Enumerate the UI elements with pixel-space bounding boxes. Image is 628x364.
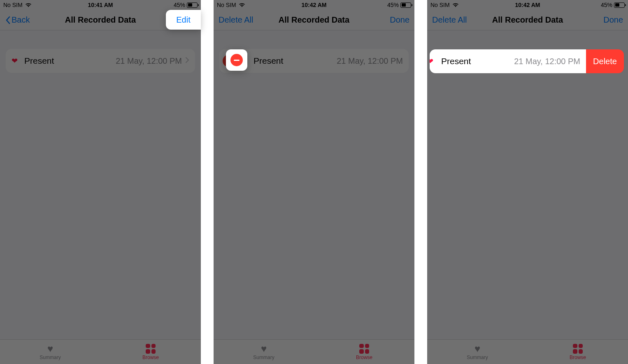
carrier-label: No SIM [217, 2, 236, 8]
wifi-icon [239, 2, 245, 7]
back-label: Back [12, 15, 30, 25]
heart-icon: ♥ [261, 344, 267, 354]
heart-icon: ❤ [12, 56, 18, 65]
back-button[interactable]: Back [5, 15, 30, 25]
row-subtitle: 21 May, 12:00 PM [116, 56, 182, 66]
content-area: ❤ Present 21 May, 12:00 PM [214, 30, 414, 339]
delete-all-label: Delete All [219, 15, 254, 25]
battery-icon [614, 2, 625, 8]
tab-bar: ♥ Summary Browse [0, 339, 201, 364]
content-area: ❤ Present 21 May, 12:00 PM [0, 30, 201, 339]
data-row[interactable]: ❤ Present 21 May, 12:00 PM [219, 49, 409, 73]
row-subtitle: 21 May, 12:00 PM [337, 56, 403, 66]
battery-pct: 45% [601, 2, 612, 8]
heart-icon: ♥ [47, 344, 53, 354]
highlight-row-swipe: ❤ Present 21 May, 12:00 PM Delete [430, 49, 624, 73]
wifi-icon [452, 2, 459, 7]
tab-summary-label: Summary [40, 355, 60, 360]
data-row-swiped[interactable]: ❤ Present 21 May, 12:00 PM Delete [430, 49, 624, 73]
battery-pct: 45% [387, 2, 399, 8]
page-title: All Recorded Data [492, 15, 563, 25]
heart-icon: ❤ [430, 57, 433, 66]
grid-icon [359, 344, 369, 354]
status-bar: No SIM 10:41 AM 45% [0, 0, 201, 10]
grid-icon [573, 344, 583, 354]
tab-browse[interactable]: Browse [528, 340, 628, 364]
status-time: 10:41 AM [88, 2, 113, 8]
screen-2: No SIM 10:42 AM 45% Delete All All Recor… [214, 0, 414, 364]
status-time: 10:42 AM [302, 2, 327, 8]
screen-1: No SIM 10:41 AM 45% Back All Recorded Da… [0, 0, 201, 364]
tab-browse-label: Browse [570, 355, 586, 360]
page-title: All Recorded Data [279, 15, 349, 25]
carrier-label: No SIM [3, 2, 23, 8]
row-title: Present [254, 56, 337, 66]
tab-browse-label: Browse [142, 355, 159, 360]
delete-button[interactable]: Delete [586, 49, 624, 73]
row-title: Present [441, 56, 514, 66]
screen-3: No SIM 10:42 AM 45% Delete All All Recor… [427, 0, 628, 364]
tab-browse[interactable]: Browse [100, 340, 201, 364]
tab-browse-label: Browse [356, 355, 372, 360]
done-label: Done [390, 15, 409, 25]
delete-all-label: Delete All [432, 15, 467, 25]
nav-bar: Delete All All Recorded Data Done [214, 10, 414, 30]
battery-icon [187, 2, 198, 8]
delete-all-button[interactable]: Delete All [432, 15, 467, 25]
row-title: Present [24, 56, 116, 66]
tab-browse[interactable]: Browse [314, 340, 414, 364]
content-area [427, 30, 628, 339]
done-button[interactable]: Done [390, 15, 409, 25]
tab-summary-label: Summary [253, 355, 274, 360]
page-title: All Recorded Data [65, 15, 136, 25]
chevron-right-icon [185, 57, 189, 65]
done-button[interactable]: Done [603, 15, 623, 25]
tab-summary-label: Summary [467, 355, 488, 360]
heart-icon: ♥ [474, 344, 480, 354]
wifi-icon [25, 2, 32, 7]
status-time: 10:42 AM [515, 2, 540, 8]
data-row[interactable]: ❤ Present 21 May, 12:00 PM [6, 49, 195, 73]
status-bar: No SIM 10:42 AM 45% [214, 0, 414, 10]
tab-summary[interactable]: ♥ Summary [214, 340, 314, 364]
edit-label-highlight: Edit [176, 15, 190, 25]
tab-bar: ♥ Summary Browse [214, 339, 414, 364]
status-bar: No SIM 10:42 AM 45% [427, 0, 628, 10]
carrier-label: No SIM [430, 2, 450, 8]
delete-label: Delete [593, 57, 617, 66]
minus-icon [230, 54, 243, 66]
chevron-left-icon [5, 16, 11, 24]
highlight-edit-button[interactable]: Edit [166, 10, 201, 30]
tab-summary[interactable]: ♥ Summary [0, 340, 100, 364]
delete-all-button[interactable]: Delete All [219, 15, 254, 25]
battery-icon [400, 2, 411, 8]
row-subtitle: 21 May, 12:00 PM [514, 57, 580, 66]
tab-summary[interactable]: ♥ Summary [427, 340, 528, 364]
grid-icon [146, 344, 156, 354]
nav-bar: Delete All All Recorded Data Done [427, 10, 628, 30]
battery-pct: 45% [174, 2, 185, 8]
highlight-minus-button[interactable] [226, 49, 247, 71]
done-label: Done [603, 15, 623, 25]
tab-bar: ♥ Summary Browse [427, 339, 628, 364]
